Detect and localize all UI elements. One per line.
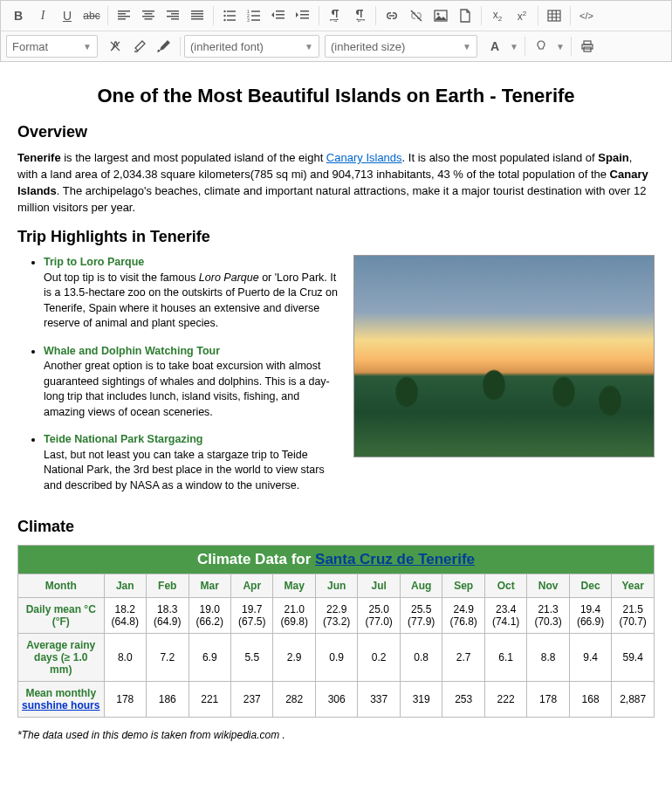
highlight-button[interactable] — [529, 35, 553, 58]
table-cell: 19.7 (67.5) — [230, 598, 272, 634]
link-button[interactable] — [380, 4, 404, 27]
page-title: One of the Most Beautiful Islands on Ear… — [17, 85, 655, 107]
image-button[interactable] — [429, 4, 453, 27]
table-cell: 306 — [315, 682, 357, 718]
italic-button[interactable]: I — [31, 4, 55, 27]
rtl-button[interactable] — [347, 4, 372, 27]
bold-button[interactable]: B — [6, 4, 31, 27]
table-cell: 178 — [527, 682, 569, 718]
svg-point-1 — [223, 15, 225, 17]
table-header-cell: May — [273, 574, 315, 598]
table-cell: 0.2 — [358, 634, 400, 682]
sunshine-hours-link[interactable]: sunshine hours — [22, 699, 99, 711]
file-button[interactable] — [453, 4, 477, 27]
table-cell: 2.9 — [273, 634, 315, 682]
climate-table: Climate Data for Santa Cruz de Tenerife … — [17, 545, 655, 718]
indent-button[interactable] — [291, 4, 315, 27]
table-header-cell: Aug — [400, 574, 442, 598]
table-cell: 0.8 — [400, 634, 442, 682]
format-select[interactable]: Format▼ — [6, 35, 98, 58]
table-header-cell: Jun — [315, 574, 357, 598]
table-header-cell: Jan — [104, 574, 146, 598]
table-button[interactable] — [542, 4, 566, 27]
table-cell: 18.3 (64.9) — [147, 598, 189, 634]
align-right-button[interactable] — [161, 4, 185, 27]
remove-format-button[interactable] — [103, 35, 127, 58]
table-cell: 282 — [273, 682, 315, 718]
unordered-list-button[interactable] — [217, 4, 242, 27]
highlight-dropdown[interactable]: ▼ — [553, 35, 567, 58]
table-header-cell: Year — [612, 574, 655, 598]
table-header-cell: Dec — [569, 574, 611, 598]
size-select[interactable]: (inherited size)▼ — [325, 35, 477, 58]
table-cell: 178 — [104, 682, 146, 718]
table-header-cell: Month — [18, 574, 105, 598]
font-select[interactable]: (inherited font)▼ — [184, 35, 319, 58]
align-center-button[interactable] — [136, 4, 161, 27]
overview-heading: Overview — [17, 123, 655, 141]
document-content[interactable]: One of the Most Beautiful Islands on Ear… — [0, 62, 672, 772]
paint-format-button[interactable] — [127, 35, 152, 58]
table-header-cell: Mar — [189, 574, 230, 598]
align-justify-button[interactable] — [185, 4, 209, 27]
table-cell: 25.5 (77.9) — [400, 598, 442, 634]
table-cell: 21.3 (70.3) — [527, 598, 569, 634]
table-cell: 2,887 — [612, 682, 655, 718]
table-cell: 168 — [569, 682, 611, 718]
code-button[interactable]: </> — [574, 4, 599, 27]
table-cell: 221 — [189, 682, 230, 718]
toolbar-row-2: Format▼ (inherited font)▼ (inherited siz… — [1, 31, 671, 61]
table-cell: 19.4 (66.9) — [569, 598, 611, 634]
table-caption: Climate Data for Santa Cruz de Tenerife — [18, 546, 655, 574]
ordered-list-button[interactable]: 123 — [242, 4, 266, 27]
table-cell: 5.5 — [230, 634, 272, 682]
overview-paragraph: Tenerife is the largest and most populat… — [17, 150, 655, 216]
table-cell: 2.7 — [442, 634, 484, 682]
table-row: Mean monthly sunshine hours1781862212372… — [18, 682, 655, 718]
table-cell: 22.9 (73.2) — [315, 598, 357, 634]
toolbar-row-1: B I U abc 123 x2 x2 </> — [1, 1, 671, 31]
santa-cruz-link[interactable]: Santa Cruz de Tenerife — [315, 551, 475, 567]
trips-heading: Trip Highlights in Tenerife — [17, 228, 655, 246]
table-cell: 337 — [358, 682, 400, 718]
table-cell: 8.0 — [104, 634, 146, 682]
canary-islands-link[interactable]: Canary Islands — [326, 151, 402, 164]
editor-toolbar: B I U abc 123 x2 x2 </> Format▼ ( — [0, 0, 672, 62]
font-color-dropdown[interactable]: ▼ — [507, 35, 521, 58]
table-cell: 319 — [400, 682, 442, 718]
climate-heading: Climate — [17, 518, 655, 536]
footnote: *The data used in this demo is taken fro… — [17, 728, 655, 743]
row-label: Mean monthly sunshine hours — [18, 682, 105, 718]
strikethrough-button[interactable]: abc — [79, 4, 104, 27]
brush-button[interactable] — [152, 35, 176, 58]
table-cell: 19.0 (66.2) — [189, 598, 230, 634]
underline-button[interactable]: U — [55, 4, 79, 27]
font-color-button[interactable]: A — [483, 35, 507, 58]
table-cell: 25.0 (77.0) — [358, 598, 400, 634]
table-row: Average rainy days (≥ 1.0 mm)8.07.26.95.… — [18, 634, 655, 682]
subscript-button[interactable]: x2 — [485, 4, 510, 27]
svg-text:3: 3 — [247, 17, 250, 23]
table-cell: 21.0 (69.8) — [273, 598, 315, 634]
table-cell: 23.4 (74.1) — [484, 598, 526, 634]
table-cell: 6.1 — [484, 634, 526, 682]
table-cell: 0.9 — [315, 634, 357, 682]
table-header-cell: Nov — [527, 574, 569, 598]
table-cell: 6.9 — [189, 634, 230, 682]
table-header-cell: Sep — [442, 574, 484, 598]
ltr-button[interactable] — [323, 4, 347, 27]
table-cell: 222 — [484, 682, 526, 718]
align-left-button[interactable] — [112, 4, 136, 27]
svg-rect-8 — [548, 10, 560, 21]
print-button[interactable] — [575, 35, 600, 58]
table-cell: 24.9 (76.8) — [442, 598, 484, 634]
table-cell: 59.4 — [612, 634, 655, 682]
superscript-button[interactable]: x2 — [510, 4, 534, 27]
table-header-cell: Jul — [358, 574, 400, 598]
table-header-cell: Apr — [230, 574, 272, 598]
row-label: Daily mean °C (°F) — [18, 598, 105, 634]
table-cell: 9.4 — [569, 634, 611, 682]
outdent-button[interactable] — [266, 4, 291, 27]
unlink-button[interactable] — [404, 4, 429, 27]
table-cell: 7.2 — [147, 634, 189, 682]
